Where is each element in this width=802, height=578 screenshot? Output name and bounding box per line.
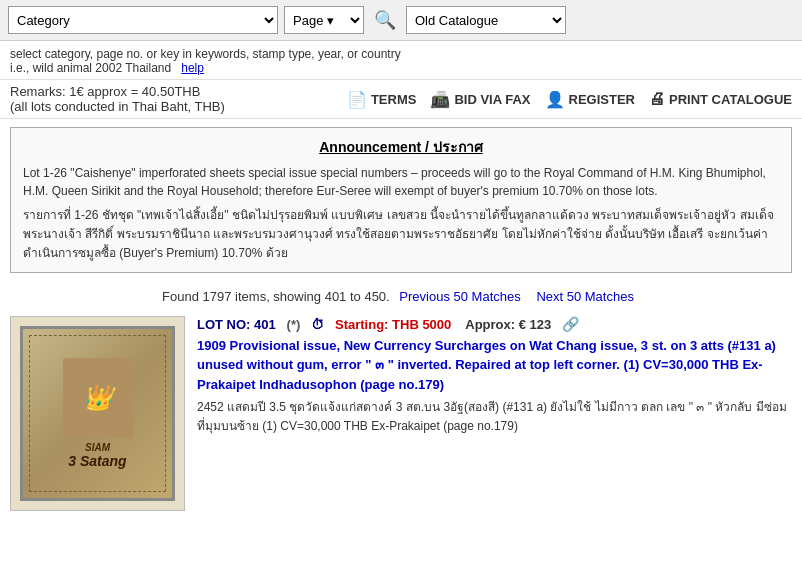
- remarks-line1: Remarks: 1€ approx = 40.50THB: [10, 84, 347, 99]
- lot-details: LOT NO: 401 (*) ⏱ Starting: THB 5000 App…: [197, 316, 792, 511]
- copy-icon[interactable]: 🔗: [562, 316, 579, 332]
- lot-starting: Starting: THB 5000: [335, 317, 451, 332]
- fax-icon: 📠: [430, 90, 450, 109]
- stamp-portrait: 👑: [63, 358, 133, 438]
- user-icon: 👤: [545, 90, 565, 109]
- remarks-line2: (all lots conducted in Thai Baht, THB): [10, 99, 347, 114]
- lot-number: LOT NO: 401: [197, 317, 276, 332]
- fax-button[interactable]: 📠 BID VIA FAX: [430, 90, 530, 109]
- results-count: Found 1797 items, showing 401 to 450.: [162, 289, 390, 304]
- print-button[interactable]: 🖨 PRINT CATALOGUE: [649, 90, 792, 108]
- results-line: Found 1797 items, showing 401 to 450. Pr…: [0, 281, 802, 312]
- toolbar: Category Page ▾ 🔍 Old CatalogueNew Catal…: [0, 0, 802, 41]
- announcement-title: Announcement / ประกาศ: [23, 136, 779, 158]
- prev-matches-link[interactable]: Previous 50 Matches: [399, 289, 520, 304]
- help-section: select category, page no. or key in keyw…: [0, 41, 802, 79]
- help-link[interactable]: help: [181, 61, 204, 75]
- action-buttons: 📄 TERMS 📠 BID VIA FAX 👤 REGISTER 🖨 PRINT…: [347, 90, 792, 109]
- lot-title: 1909 Provisional issue, New Currency Sur…: [197, 336, 792, 395]
- category-select[interactable]: Category: [8, 6, 278, 34]
- lot-container: 👑 SIAM 3 Satang LOT NO: 401 (*) ⏱ Starti…: [0, 312, 802, 521]
- lot-timer-icon: ⏱: [311, 317, 324, 332]
- catalogue-select[interactable]: Old CatalogueNew Catalogue: [406, 6, 566, 34]
- terms-button[interactable]: 📄 TERMS: [347, 90, 417, 109]
- help-line2: i.e., wild animal 2002 Thailand help: [10, 61, 792, 75]
- remarks-text: Remarks: 1€ approx = 40.50THB (all lots …: [10, 84, 347, 114]
- register-button[interactable]: 👤 REGISTER: [545, 90, 635, 109]
- lot-thai-desc: 2452 แสดมปี 3.5 ชุดวัดแจ้งแก่สตางค์ 3 สต…: [197, 398, 792, 436]
- stamp-value: 3 Satang: [68, 453, 126, 469]
- help-line1: select category, page no. or key in keyw…: [10, 47, 792, 61]
- doc-icon: 📄: [347, 90, 367, 109]
- print-icon: 🖨: [649, 90, 665, 108]
- stamp-label: SIAM: [85, 442, 110, 453]
- announcement-english: Lot 1-26 "Caishenye" imperforated sheets…: [23, 164, 779, 200]
- lot-approx: Approx: € 123: [465, 317, 551, 332]
- stamp-visual: 👑 SIAM 3 Satang: [20, 326, 175, 501]
- search-icon: 🔍: [374, 10, 396, 30]
- lot-star: (*): [287, 317, 301, 332]
- announcement-box: Announcement / ประกาศ Lot 1-26 "Caisheny…: [10, 127, 792, 273]
- remarks-row: Remarks: 1€ approx = 40.50THB (all lots …: [0, 79, 802, 119]
- announcement-thai: รายการที่ 1-26 ชัทชุด "เทพเจ้าไฉ่สิ้งเอี…: [23, 206, 779, 264]
- next-matches-link[interactable]: Next 50 Matches: [536, 289, 634, 304]
- lot-header: LOT NO: 401 (*) ⏱ Starting: THB 5000 App…: [197, 316, 792, 332]
- search-button[interactable]: 🔍: [370, 9, 400, 31]
- page-select[interactable]: Page ▾: [284, 6, 364, 34]
- lot-image: 👑 SIAM 3 Satang: [10, 316, 185, 511]
